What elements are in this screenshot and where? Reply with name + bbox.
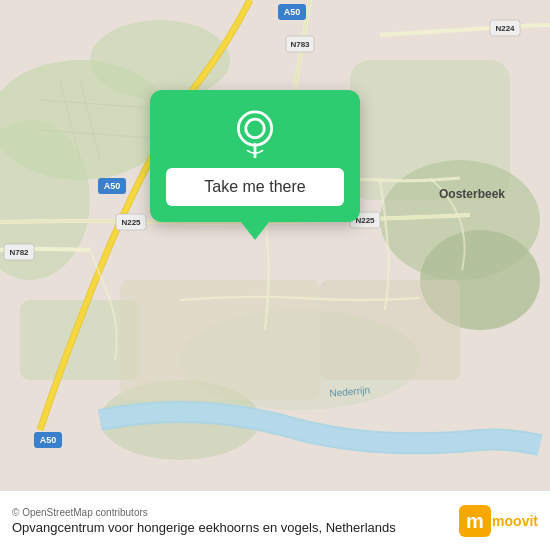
svg-text:m: m: [466, 510, 484, 532]
svg-point-34: [238, 112, 271, 145]
popup-card: Take me there: [150, 90, 360, 222]
svg-text:Oosterbeek: Oosterbeek: [439, 187, 505, 201]
footer: © OpenStreetMap contributors Opvangcentr…: [0, 490, 550, 550]
svg-point-3: [90, 20, 230, 100]
moovit-brand-text: moovit: [492, 513, 538, 529]
svg-text:N783: N783: [290, 40, 310, 49]
take-me-there-button[interactable]: Take me there: [166, 168, 344, 206]
osm-credit: © OpenStreetMap contributors: [12, 507, 449, 518]
svg-text:N225: N225: [355, 216, 375, 225]
svg-rect-11: [320, 280, 460, 380]
svg-text:A50: A50: [284, 7, 301, 17]
map-container: A50 A50 A50 N783 N224 N225 N225 N782 Oos…: [0, 0, 550, 490]
location-pin-icon: [231, 110, 279, 158]
location-name: Opvangcentrum voor hongerige eekhoorns e…: [12, 520, 449, 535]
svg-text:N225: N225: [121, 218, 141, 227]
svg-text:N782: N782: [9, 248, 29, 257]
moovit-icon: m: [459, 505, 491, 537]
svg-text:N224: N224: [495, 24, 515, 33]
svg-text:A50: A50: [104, 181, 121, 191]
footer-text-block: © OpenStreetMap contributors Opvangcentr…: [12, 507, 449, 535]
moovit-logo: m moovit: [459, 505, 538, 537]
svg-text:A50: A50: [40, 435, 57, 445]
